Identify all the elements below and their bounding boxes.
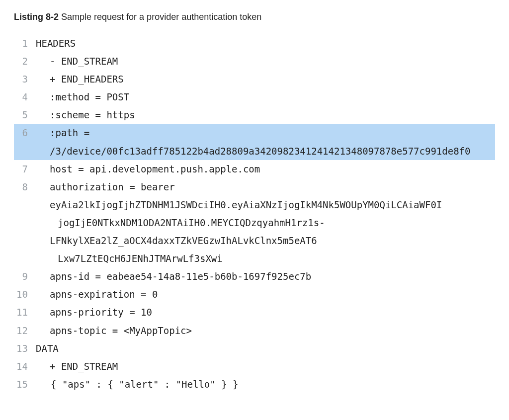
code-content: eyAia2lkIjogIjhZTDNHM1JSWDciIH0.eyAiaXNz…: [36, 196, 495, 214]
code-content: jogIjE0NTkxNDM1ODA2NTAiIH0.MEYCIQDzqyahm…: [36, 214, 495, 232]
code-line-highlighted-continuation: /3/device/00fc13adff785122b4ad28809a3420…: [14, 142, 495, 160]
code-line-continuation: eyAia2lkIjogIjhZTDNHM1JSWDciIH0.eyAiaXNz…: [14, 196, 495, 214]
code-line: 1 HEADERS: [14, 34, 495, 52]
line-number: 10: [14, 285, 36, 303]
code-line-continuation: Lxw7LZtEQcH6JENhJTMArwLf3sXwi: [14, 250, 495, 267]
code-content: host = api.development.push.apple.com: [36, 160, 495, 178]
line-number: 15: [14, 375, 36, 393]
code-content: HEADERS: [36, 34, 495, 52]
code-line: 3 + END_HEADERS: [14, 70, 495, 88]
code-content: :scheme = https: [36, 106, 495, 124]
line-number: 13: [14, 339, 36, 357]
code-line: 2 - END_STREAM: [14, 52, 495, 70]
line-number: 11: [14, 303, 36, 321]
line-number: 2: [14, 52, 36, 70]
line-number: 5: [14, 106, 36, 124]
code-content: :method = POST: [36, 88, 495, 106]
line-number: 7: [14, 160, 36, 178]
line-number: 9: [14, 267, 36, 285]
code-content: + END_STREAM: [36, 357, 495, 375]
line-number: 6: [14, 124, 36, 142]
listing-caption: Listing 8-2 Sample request for a provide…: [14, 12, 495, 22]
code-line: 8 authorization = bearer: [14, 178, 495, 196]
code-line-continuation: LFNkylXEa2lZ_aOCX4daxxTZkVEGzwIhALvkClnx…: [14, 232, 495, 250]
code-content: /3/device/00fc13adff785122b4ad28809a3420…: [36, 142, 495, 160]
line-number: 8: [14, 178, 36, 196]
listing-label: Listing 8-2: [14, 12, 59, 22]
code-line: 9 apns-id = eabeae54-14a8-11e5-b60b-1697…: [14, 267, 495, 285]
code-line: 10 apns-expiration = 0: [14, 285, 495, 303]
code-content: Lxw7LZtEQcH6JENhJTMArwLf3sXwi: [36, 250, 495, 267]
line-number: 14: [14, 357, 36, 375]
code-line: 11 apns-priority = 10: [14, 303, 495, 321]
code-content: { "aps" : { "alert" : "Hello" } }: [36, 375, 495, 393]
code-line: 7 host = api.development.push.apple.com: [14, 160, 495, 178]
code-content: LFNkylXEa2lZ_aOCX4daxxTZkVEGzwIhALvkClnx…: [36, 232, 495, 250]
code-content: - END_STREAM: [36, 52, 495, 70]
code-content: apns-id = eabeae54-14a8-11e5-b60b-1697f9…: [36, 267, 495, 285]
line-number: 3: [14, 70, 36, 88]
line-number: 4: [14, 88, 36, 106]
code-line: 14 + END_STREAM: [14, 357, 495, 375]
code-line: 15 { "aps" : { "alert" : "Hello" } }: [14, 375, 495, 393]
code-content: apns-topic = <MyAppTopic>: [36, 322, 495, 339]
line-number: 12: [14, 322, 36, 339]
listing-title: Sample request for a provider authentica…: [61, 12, 261, 22]
code-line: 5 :scheme = https: [14, 106, 495, 124]
code-line-continuation: jogIjE0NTkxNDM1ODA2NTAiIH0.MEYCIQDzqyahm…: [14, 214, 495, 232]
code-line: 13 DATA: [14, 339, 495, 357]
code-content: authorization = bearer: [36, 178, 495, 196]
code-content: + END_HEADERS: [36, 70, 495, 88]
code-line: 12 apns-topic = <MyAppTopic>: [14, 322, 495, 339]
code-content: DATA: [36, 339, 495, 357]
code-line-highlighted: 6 :path =: [14, 124, 495, 142]
line-number: 1: [14, 34, 36, 52]
code-content: apns-priority = 10: [36, 303, 495, 321]
code-listing: 1 HEADERS 2 - END_STREAM 3 + END_HEADERS…: [14, 34, 495, 393]
code-content: :path =: [36, 124, 495, 142]
code-line: 4 :method = POST: [14, 88, 495, 106]
code-content: apns-expiration = 0: [36, 285, 495, 303]
